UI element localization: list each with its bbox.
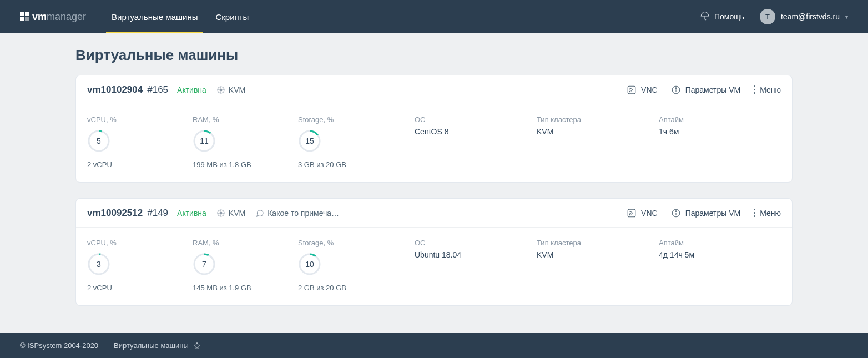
menu-button[interactable]: Меню [754, 85, 781, 94]
chevron-down-icon: ▾ [845, 14, 848, 20]
logo[interactable]: vmmanager [20, 11, 86, 23]
user-email: team@firstvds.ru [781, 12, 840, 21]
logo-text: vmmanager [32, 11, 86, 23]
avatar: T [760, 9, 775, 24]
svg-rect-2 [20, 17, 24, 21]
status-badge: Активна [177, 85, 206, 94]
svg-rect-27 [628, 209, 635, 217]
metric-sub: 3 GB из 20 GB [298, 160, 403, 169]
nav-tab-vms[interactable]: Виртуальные машины [106, 0, 203, 33]
metric-sub: 145 MB из 1.9 GB [193, 284, 298, 292]
metric-label: Storage, % [298, 239, 403, 247]
vm-card-header: vm10092512 #149 Активна KVM Какое то при… [76, 199, 792, 228]
params-button[interactable]: Параметры VM [671, 85, 741, 95]
comment-icon [255, 209, 264, 218]
ram-metric: RAM, % 11 199 MB из 1.8 GB [193, 115, 298, 169]
svg-marker-38 [194, 342, 200, 349]
note-chip[interactable]: Какое то примеча… [255, 209, 339, 218]
uptime-info: Аптайм 1ч 6м [659, 115, 781, 169]
metric-label: vCPU, % [87, 239, 193, 247]
metric-sub: 2 vCPU [87, 160, 193, 169]
vm-card: vm10092512 #149 Активна KVM Какое то при… [75, 198, 793, 306]
metric-sub: 2 GB из 20 GB [298, 284, 403, 292]
metric-sub: 199 MB из 1.8 GB [193, 160, 298, 169]
gauge: 7 [193, 253, 216, 276]
footer-breadcrumb[interactable]: Виртуальные машины [114, 341, 201, 350]
metric-label: Storage, % [298, 115, 403, 124]
vm-card: vm10102904 #165 Активна KVM VNC Параметр… [75, 75, 793, 183]
footer: © ISPsystem 2004-2020 Виртуальные машины [0, 333, 868, 358]
info-icon [671, 208, 681, 218]
vnc-button[interactable]: VNC [627, 208, 658, 218]
svg-rect-3 [25, 17, 29, 21]
chip-icon [216, 85, 225, 94]
svg-point-5 [220, 89, 222, 91]
os-info: ОС Ubuntu 18.04 [415, 239, 537, 292]
vm-id: #149 [147, 208, 168, 219]
more-vertical-icon [754, 209, 755, 217]
main-nav: Виртуальные машины Скрипты [106, 0, 261, 33]
metric-label: RAM, % [193, 115, 298, 124]
status-badge: Активна [177, 209, 206, 218]
app-header: vmmanager Виртуальные машины Скрипты Пом… [0, 0, 868, 33]
nav-tab-scripts[interactable]: Скрипты [210, 0, 254, 33]
virt-chip: KVM [216, 209, 245, 218]
copyright: © ISPsystem 2004-2020 [20, 341, 98, 350]
vnc-button[interactable]: VNC [627, 85, 658, 95]
svg-rect-1 [25, 12, 29, 16]
gauge: 5 [87, 129, 110, 153]
storage-metric: Storage, % 10 2 GB из 20 GB [298, 239, 403, 292]
os-info: ОС CentOS 8 [415, 115, 537, 169]
svg-point-14 [675, 87, 677, 88]
gauge: 10 [298, 253, 321, 276]
menu-button[interactable]: Меню [754, 209, 781, 218]
svg-point-22 [220, 212, 222, 214]
cluster-info: Тип кластера KVM [537, 239, 659, 292]
virt-chip: KVM [216, 85, 245, 94]
info-icon [671, 85, 681, 95]
logo-icon [20, 12, 29, 21]
vm-name[interactable]: vm10092512 [87, 208, 143, 219]
vnc-icon [627, 85, 637, 95]
svg-rect-0 [20, 12, 24, 16]
uptime-info: Аптайм 4д 14ч 5м [659, 239, 781, 292]
more-vertical-icon [754, 85, 755, 94]
svg-point-28 [629, 214, 630, 215]
metric-label: RAM, % [193, 239, 298, 247]
vcpu-metric: vCPU, % 5 2 vCPU [87, 115, 193, 169]
page-title: Виртуальные машины [75, 47, 793, 64]
svg-point-31 [675, 210, 677, 211]
vnc-icon [627, 208, 637, 218]
vm-id: #165 [147, 84, 168, 95]
help-button[interactable]: Помощь [700, 11, 744, 23]
vm-card-header: vm10102904 #165 Активна KVM VNC Параметр… [76, 75, 792, 104]
umbrella-icon [700, 11, 710, 23]
metric-sub: 2 vCPU [87, 284, 193, 292]
params-button[interactable]: Параметры VM [671, 208, 741, 218]
gauge: 11 [193, 129, 216, 153]
metric-label: vCPU, % [87, 115, 193, 124]
vm-name[interactable]: vm10102904 [87, 84, 143, 95]
storage-metric: Storage, % 15 3 GB из 20 GB [298, 115, 403, 169]
gauge: 3 [87, 253, 110, 276]
main-content: Виртуальные машины vm10102904 #165 Актив… [0, 33, 868, 333]
help-label: Помощь [714, 12, 744, 21]
star-icon [193, 342, 201, 350]
user-menu[interactable]: T team@firstvds.ru ▾ [760, 9, 848, 24]
svg-point-11 [629, 91, 630, 92]
cluster-info: Тип кластера KVM [537, 115, 659, 169]
vcpu-metric: vCPU, % 3 2 vCPU [87, 239, 193, 292]
ram-metric: RAM, % 7 145 MB из 1.9 GB [193, 239, 298, 292]
svg-rect-10 [628, 86, 635, 94]
chip-icon [216, 209, 225, 218]
gauge: 15 [298, 129, 321, 153]
